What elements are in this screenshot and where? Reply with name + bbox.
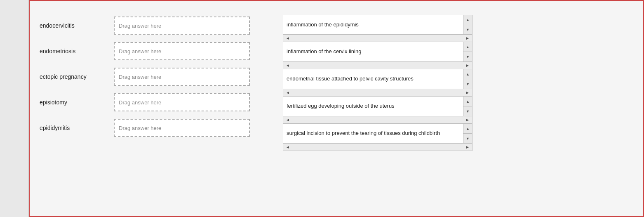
nav-right-4[interactable]: ►: [465, 118, 470, 122]
nav-left-3[interactable]: ◄: [286, 90, 290, 95]
definition-block-2: inflammation of the cervix lining▲▼◄►: [283, 42, 472, 69]
term-row-ectopic_pregnancy: ectopic pregnancyDrag answer here: [40, 66, 266, 87]
nav-left-1[interactable]: ◄: [286, 36, 290, 40]
definition-block-5: surgical incision to prevent the tearing…: [283, 124, 472, 151]
drop-zone-endometriosis[interactable]: Drag answer here: [114, 42, 250, 60]
scroll-up-3[interactable]: ▲: [463, 69, 472, 79]
term-row-endometriosis: endometriosisDrag answer here: [40, 40, 266, 62]
definition-text-3: endometrial tissue attached to pelvic ca…: [283, 69, 463, 89]
main-content: endocervicitisDrag answer hereendometrio…: [29, 0, 644, 217]
sidebar: [0, 0, 29, 217]
drop-zone-endocervicitis[interactable]: Drag answer here: [114, 17, 250, 35]
drop-zone-episiotomy[interactable]: Drag answer here: [114, 93, 250, 111]
definition-text-4: fertilized egg developing outside of the…: [283, 97, 463, 116]
definition-text-1: inflammation of the epididymis: [283, 15, 463, 34]
nav-right-3[interactable]: ►: [465, 90, 470, 95]
nav-right-2[interactable]: ►: [465, 63, 470, 68]
scroll-down-5[interactable]: ▼: [463, 134, 472, 143]
scroll-up-4[interactable]: ▲: [463, 97, 472, 106]
nav-left-4[interactable]: ◄: [286, 118, 290, 122]
scroll-down-4[interactable]: ▼: [463, 106, 472, 116]
definitions-column: inflammation of the epididymis▲▼◄►inflam…: [283, 15, 472, 151]
nav-right-5[interactable]: ►: [465, 145, 470, 149]
matching-area: endocervicitisDrag answer hereendometrio…: [40, 15, 633, 151]
scroll-down-3[interactable]: ▼: [463, 79, 472, 89]
scroll-up-2[interactable]: ▲: [463, 42, 472, 52]
term-row-epididymitis: epididymitisDrag answer here: [40, 117, 266, 139]
scroll-down-1[interactable]: ▼: [463, 25, 472, 35]
drop-zone-ectopic_pregnancy[interactable]: Drag answer here: [114, 68, 250, 86]
term-row-episiotomy: episiotomyDrag answer here: [40, 92, 266, 113]
term-label-ectopic_pregnancy: ectopic pregnancy: [40, 73, 106, 80]
term-label-endocervicitis: endocervicitis: [40, 22, 106, 29]
terms-column: endocervicitisDrag answer hereendometrio…: [40, 15, 266, 139]
definition-block-3: endometrial tissue attached to pelvic ca…: [283, 69, 472, 97]
term-row-endocervicitis: endocervicitisDrag answer here: [40, 15, 266, 36]
scroll-up-5[interactable]: ▲: [463, 124, 472, 134]
term-label-episiotomy: episiotomy: [40, 99, 106, 106]
nav-left-5[interactable]: ◄: [286, 145, 290, 149]
definition-text-2: inflammation of the cervix lining: [283, 42, 463, 61]
nav-left-2[interactable]: ◄: [286, 63, 290, 68]
definition-text-5: surgical incision to prevent the tearing…: [283, 124, 463, 143]
nav-right-1[interactable]: ►: [465, 36, 470, 40]
definition-block-4: fertilized egg developing outside of the…: [283, 97, 472, 124]
scroll-up-1[interactable]: ▲: [463, 15, 472, 25]
term-label-endometriosis: endometriosis: [40, 48, 106, 54]
drop-zone-epididymitis[interactable]: Drag answer here: [114, 119, 250, 137]
scroll-down-2[interactable]: ▼: [463, 52, 472, 61]
definition-block-1: inflammation of the epididymis▲▼◄►: [283, 15, 472, 42]
term-label-epididymitis: epididymitis: [40, 125, 106, 131]
